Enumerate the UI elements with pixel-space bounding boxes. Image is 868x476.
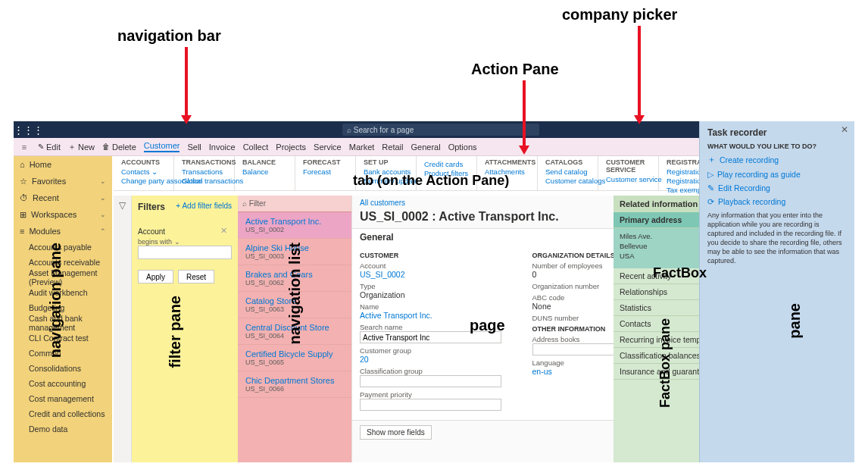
apply-button[interactable]: Apply [138,270,173,283]
search-icon: ⌕ [347,126,351,134]
nav-module-item[interactable]: Accounts payable [14,240,112,255]
tab-general[interactable]: General [411,142,440,152]
action-pane-link[interactable]: Customer catalogs [545,177,590,186]
nav-pane-item[interactable]: ≡Modules⌃ [14,223,112,240]
task-question: WHAT WOULD YOU LIKE TO DO? [707,142,847,150]
tab-sell[interactable]: Sell [187,142,201,152]
annotation-company-picker: company picker [562,6,677,23]
filter-input[interactable] [138,246,232,259]
search-placeholder: Search for a page [354,126,414,134]
annotation-action-pane: Action Pane [471,61,559,78]
nav-module-item[interactable]: Asset Management (Preview) [14,270,112,285]
clear-filter-icon[interactable]: ✕ [220,226,227,236]
nav-pane-item[interactable]: ⌂Home [14,156,112,173]
action-pane-group: CATALOGSSend catalogCustomer catalogs [538,156,598,190]
edit-button[interactable]: ✎Edit [38,142,61,152]
global-search[interactable]: ⌕ Search for a page [342,124,539,136]
navigation-list: ⌕ Filter Active Transport Inc.US_SI_0002… [238,196,351,462]
show-more-button[interactable]: Show more fields [360,425,432,440]
nav-module-item[interactable]: Credit and collections [14,406,112,421]
tab-options[interactable]: Options [448,142,477,152]
task-option[interactable]: ▷Play recording as guide [707,170,847,179]
list-item[interactable]: Central Discount StoreUS_SI_0064 [238,318,351,345]
action-pane-link[interactable]: Balance [242,168,287,177]
tab-market[interactable]: Market [349,142,375,152]
close-pane-icon[interactable]: ✕ [841,124,848,135]
action-pane-link[interactable]: Contacts ⌄ [121,168,166,177]
filter-field-hint: begins with ⌄ [138,238,180,246]
task-recorder-pane: ✕ Task recorder WHAT WOULD YOU LIKE TO D… [699,121,854,462]
tab-customer[interactable]: Customer [144,141,180,152]
nav-pane-item[interactable]: ⊞Workspaces⌄ [14,206,112,223]
nav-module-item[interactable]: Consolidations [14,361,112,376]
nav-module-item[interactable]: Cost management [14,391,112,406]
filter-pane: Filters + Add filter fields Account begi… [132,196,238,462]
action-pane-group: CUSTOMER SERVICECustomer service [598,156,659,190]
action-pane-link[interactable]: Bank accounts [364,168,408,177]
nav-module-item[interactable]: Demo data [14,421,112,437]
nav-module-item[interactable]: Cash and bank management [14,315,112,330]
filter-toggle[interactable]: ▽ [114,196,132,462]
task-recorder-title: Task recorder [707,127,847,138]
nav-module-item[interactable]: Cost accounting [14,376,112,391]
action-pane-group: TRANSACTIONSTransactionsGlobal transacti… [174,156,235,190]
account-value[interactable]: US_SI_0002 [360,270,405,279]
action-pane-link[interactable]: Global transactions [182,177,226,186]
action-pane-link[interactable]: Summary update [364,177,408,186]
nav-module-item[interactable]: Budgeting [14,300,112,315]
action-pane: ACCOUNTSContacts ⌄Change party associati… [114,156,697,191]
nav-module-item[interactable]: Audit workbench [14,285,112,300]
list-filter[interactable]: ⌕ Filter [238,196,351,212]
action-pane-group: BALANCEBalance [235,156,295,190]
filter-field-label: Account [138,227,232,236]
action-pane-link[interactable]: Change party association [121,177,166,186]
list-item[interactable]: Active Transport Inc.US_SI_0002 [238,212,351,239]
action-pane-group: SET UPBank accountsSummary update [356,156,417,190]
task-option[interactable]: ＋Create recording [707,155,847,165]
reset-button[interactable]: Reset [178,270,214,283]
list-item[interactable]: Brakes and GearsUS_SI_0062 [238,265,351,292]
action-pane-link[interactable]: Customer service [606,175,651,184]
action-pane-group: Credit cardsProduct filters [417,156,477,190]
delete-button[interactable]: 🗑Delete [102,142,136,152]
list-item[interactable]: Alpine Ski HouseUS_SI_0003 [238,239,351,265]
list-item[interactable]: Certified Bicycle SupplyUS_SI_0065 [238,345,351,371]
annotation-nav-bar: navigation bar [117,27,221,45]
section-customer: CUSTOMER [360,252,517,259]
action-pane-group: ATTACHMENTSAttachments [477,156,538,190]
waffle-icon[interactable]: ⋮⋮⋮ [14,124,36,136]
tab-projects[interactable]: Projects [276,142,306,152]
list-item[interactable]: Catalog StoreUS_SI_0063 [238,292,351,318]
new-button[interactable]: ＋New [68,142,95,152]
action-pane-group: ACCOUNTSContacts ⌄Change party associati… [114,156,174,190]
filter-title: Filters [138,202,165,212]
payment-priority-input[interactable] [360,399,501,411]
nav-module-item[interactable]: Common [14,346,112,361]
action-pane-link[interactable]: Transactions [182,168,226,177]
action-pane-link[interactable]: Send catalog [545,168,590,177]
funnel-icon: ▽ [119,200,126,462]
nav-pane-item[interactable]: ☆Favorites⌄ [14,173,112,189]
search-name-input[interactable] [360,331,501,343]
task-option[interactable]: ✎Edit Recording [707,183,847,193]
action-pane-link[interactable]: Attachments [485,168,529,177]
add-filter-link[interactable]: + Add filter fields [176,202,232,210]
action-pane-group: FORECASTForecast [295,156,356,190]
nav-pane-item[interactable]: ⏱Recent⌄ [14,189,112,206]
tab-invoice[interactable]: Invoice [209,142,236,152]
nav-module-item[interactable]: CLI Contract test [14,330,112,346]
action-pane-link[interactable]: Forecast [303,168,348,177]
action-pane-link[interactable]: Credit cards [424,160,469,169]
tab-collect[interactable]: Collect [243,142,269,152]
list-item[interactable]: Chic Department StoresUS_SI_0066 [238,371,351,398]
navigation-pane: ⌂Home☆Favorites⌄⏱Recent⌄⊞Workspaces⌄≡Mod… [14,156,112,462]
classification-input[interactable] [360,375,501,387]
action-pane-link[interactable]: Product filters [424,169,469,178]
task-option[interactable]: ⟳Playback recording [707,197,847,206]
tab-retail[interactable]: Retail [382,142,403,152]
tab-service[interactable]: Service [314,142,342,152]
hamburger-icon[interactable]: ≡ [18,142,30,152]
nav-module-item[interactable]: Accounts receivable [14,255,112,270]
task-desc: Any information that you enter into the … [707,211,847,265]
